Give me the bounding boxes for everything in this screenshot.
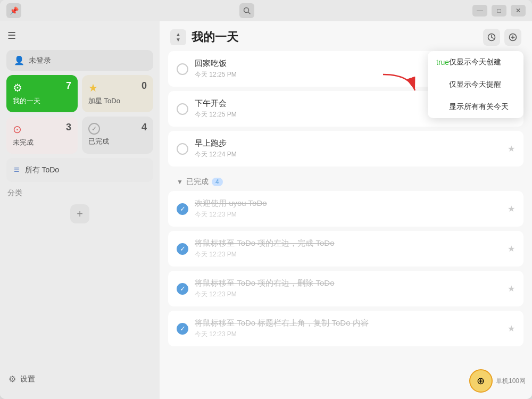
todo-circle-2[interactable]: [177, 103, 188, 115]
nav-arrows[interactable]: ▲ ▼: [170, 29, 186, 45]
completed-section-header[interactable]: ▼ 已完成 4: [168, 173, 523, 191]
add-todo-button[interactable]: [504, 29, 521, 46]
check-today-created: true: [436, 58, 445, 66]
todo-circle-1[interactable]: [177, 63, 188, 75]
my-day-label: 我的一天: [13, 96, 71, 106]
completed-item-1[interactable]: 欢迎使用 uyou ToDo 今天 12:23 PM ★: [168, 191, 523, 227]
filter-today-created-label: 仅显示今天创建: [449, 57, 501, 67]
filter-today-reminder[interactable]: ✓ 仅显示今天提醒: [428, 73, 523, 96]
watermark-text: 单机100网: [496, 377, 526, 386]
todo-check-2[interactable]: [177, 243, 188, 255]
completed-label: 已完成: [88, 137, 147, 146]
incomplete-icon: ⊙: [13, 123, 71, 136]
app-window: 📌 — □ ✕ ☰ 👤 未登录 ⚙: [0, 0, 532, 399]
clock-filter-button[interactable]: [483, 29, 500, 46]
sidebar-footer: ⚙ 设置: [6, 365, 153, 393]
add-category-button[interactable]: +: [70, 204, 89, 223]
completed-star-1[interactable]: ★: [508, 204, 515, 214]
settings-item[interactable]: ⚙ 设置: [6, 370, 153, 388]
maximize-button[interactable]: □: [492, 5, 506, 16]
watermark-icon: ⊕: [469, 369, 493, 393]
completed-arrow-icon: ▼: [177, 178, 183, 186]
completed-time-4: 今天 12:23 PM: [195, 330, 501, 339]
title-bar-right: — □ ✕: [472, 5, 526, 16]
main-layout: ☰ 👤 未登录 ⚙ 7 我的一天 ★ 0 加星 ToDo: [0, 21, 532, 399]
title-bar-left: 📌: [6, 3, 21, 18]
completed-title-2: 将鼠标移至 ToDo 项的左边，完成 ToDo: [195, 238, 501, 248]
completed-content-4: 将鼠标移至 ToDo 标题栏右上角，复制 ToDo 内容 今天 12:23 PM: [195, 318, 501, 339]
starred-label: 加星 ToDo: [88, 96, 147, 106]
todo-circle-3[interactable]: [177, 143, 188, 155]
todo-content-3: 早上跑步 今天 12:24 PM: [195, 138, 501, 159]
completed-time-3: 今天 12:23 PM: [195, 290, 501, 299]
completed-content-2: 将鼠标移至 ToDo 项的左边，完成 ToDo 今天 12:23 PM: [195, 238, 501, 259]
starred-count: 0: [142, 80, 147, 92]
completed-section-label: 已完成: [186, 177, 209, 187]
sidebar: ☰ 👤 未登录 ⚙ 7 我的一天 ★ 0 加星 ToDo: [0, 21, 160, 399]
svg-line-4: [492, 37, 493, 38]
filter-dropdown: true 仅显示今天创建 ✓ 仅显示今天提醒 ✓ 显示所有有关今天: [428, 51, 523, 118]
incomplete-count: 3: [66, 122, 71, 133]
filter-today-created[interactable]: true 仅显示今天创建: [428, 51, 523, 73]
completed-section-count: 4: [212, 178, 223, 186]
todo-star-3[interactable]: ★: [508, 144, 515, 154]
all-todo-item[interactable]: ≡ 所有 ToDo: [6, 158, 153, 182]
content-area: ▲ ▼ 我的一天: [160, 21, 532, 399]
card-starred[interactable]: ★ 0 加星 ToDo: [82, 75, 153, 112]
my-day-count: 7: [66, 80, 71, 92]
todo-check-3[interactable]: [177, 283, 188, 295]
starred-icon: ★: [88, 81, 147, 94]
title-bar: 📌 — □ ✕: [0, 0, 532, 21]
filter-today-reminder-label: 仅显示今天提醒: [449, 80, 501, 89]
card-my-day[interactable]: ⚙ 7 我的一天: [6, 75, 78, 112]
all-todo-icon: ≡: [14, 164, 20, 176]
all-todo-label: 所有 ToDo: [25, 165, 60, 175]
hamburger-icon[interactable]: ☰: [7, 30, 16, 41]
pin-icon[interactable]: 📌: [6, 3, 21, 18]
completed-time-1: 今天 12:23 PM: [195, 210, 501, 219]
completed-content-1: 欢迎使用 uyou ToDo 今天 12:23 PM: [195, 198, 501, 219]
completed-content-3: 将鼠标移至 ToDo 项的右边，删除 ToDo 今天 12:23 PM: [195, 278, 501, 299]
todo-item-3[interactable]: 早上跑步 今天 12:24 PM ★: [168, 131, 523, 167]
search-button[interactable]: [239, 3, 254, 18]
category-section-label: 分类: [6, 186, 153, 200]
completed-item-2[interactable]: 将鼠标移至 ToDo 项的左边，完成 ToDo 今天 12:23 PM ★: [168, 231, 523, 267]
card-completed[interactable]: ✓ 4 已完成: [82, 117, 153, 154]
filter-all-today[interactable]: ✓ 显示所有有关今天: [428, 96, 523, 118]
todo-title-3: 早上跑步: [195, 138, 501, 148]
user-icon: 👤: [14, 55, 24, 65]
todo-check-4[interactable]: [177, 323, 188, 335]
completed-section: ▼ 已完成 4 欢迎使用 uyou ToDo 今天 12:23 PM ★: [168, 173, 523, 346]
settings-label: 设置: [20, 375, 35, 384]
completed-title-4: 将鼠标移至 ToDo 标题栏右上角，复制 ToDo 内容: [195, 318, 501, 328]
minimize-button[interactable]: —: [472, 5, 487, 16]
card-incomplete[interactable]: ⊙ 3 未完成: [6, 117, 78, 154]
cards-grid: ⚙ 7 我的一天 ★ 0 加星 ToDo ⊙ 3 未完成: [6, 75, 153, 154]
content-header: ▲ ▼ 我的一天: [160, 21, 532, 51]
completed-item-4[interactable]: 将鼠标移至 ToDo 标题栏右上角，复制 ToDo 内容 今天 12:23 PM…: [168, 311, 523, 346]
svg-line-1: [248, 12, 251, 14]
user-card[interactable]: 👤 未登录: [6, 50, 153, 71]
completed-time-2: 今天 12:23 PM: [195, 250, 501, 259]
completed-star-2[interactable]: ★: [508, 244, 515, 254]
incomplete-label: 未完成: [13, 138, 71, 147]
my-day-icon: ⚙: [13, 81, 71, 94]
page-title: 我的一天: [192, 29, 238, 45]
completed-icon: ✓: [88, 123, 100, 135]
close-button[interactable]: ✕: [511, 5, 526, 16]
completed-count: 4: [142, 122, 147, 133]
completed-item-3[interactable]: 将鼠标移至 ToDo 项的右边，删除 ToDo 今天 12:23 PM ★: [168, 271, 523, 306]
completed-title-3: 将鼠标移至 ToDo 项的右边，删除 ToDo: [195, 278, 501, 288]
completed-star-3[interactable]: ★: [508, 284, 515, 294]
todo-check-1[interactable]: [177, 203, 188, 215]
user-label: 未登录: [29, 56, 51, 65]
header-actions: [483, 29, 521, 46]
filter-all-today-label: 显示所有有关今天: [449, 102, 509, 112]
sidebar-header: ☰: [6, 28, 153, 44]
dropdown-arrow-indicator: [378, 69, 420, 103]
watermark: ⊕ 单机100网: [469, 369, 526, 393]
completed-star-4[interactable]: ★: [508, 323, 515, 334]
todo-time-3: 今天 12:24 PM: [195, 150, 501, 159]
completed-title-1: 欢迎使用 uyou ToDo: [195, 198, 501, 209]
settings-icon: ⚙: [9, 374, 16, 384]
